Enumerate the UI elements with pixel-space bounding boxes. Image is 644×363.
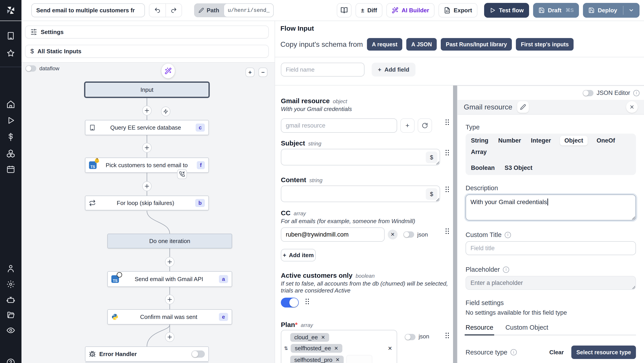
zoom-out-button[interactable]: −	[258, 68, 268, 77]
add-field-button[interactable]: + Add field	[372, 63, 416, 77]
docs-button[interactable]	[337, 3, 352, 18]
drag-handle[interactable]	[445, 186, 449, 192]
resize-handle[interactable]	[436, 198, 439, 201]
copy-from-past-runs-button[interactable]: Past Runs/Input library	[441, 38, 512, 51]
add-step-button[interactable]	[165, 294, 174, 304]
copy-from-json-button[interactable]: A JSON	[406, 38, 437, 51]
audit-eye-icon[interactable]	[6, 326, 15, 335]
plan-json-toggle[interactable]	[405, 334, 416, 340]
remove-tag-icon[interactable]: ✕	[336, 357, 340, 363]
cc-json-toggle[interactable]	[404, 231, 414, 238]
resize-handle[interactable]	[436, 161, 439, 165]
remove-item-button[interactable]: ✕	[388, 230, 398, 239]
type-option-boolean[interactable]: Boolean	[471, 165, 495, 171]
resources-boxes-icon[interactable]	[6, 149, 15, 158]
resize-handle[interactable]	[632, 286, 635, 289]
tab-resource[interactable]: Resource	[466, 324, 493, 331]
add-trigger-zap-button[interactable]	[161, 107, 170, 116]
template-dollar-button[interactable]: $	[426, 188, 438, 200]
active-customers-toggle[interactable]	[281, 298, 299, 307]
resize-handle[interactable]	[632, 216, 635, 220]
new-tag-input[interactable]	[346, 355, 372, 363]
copy-from-first-step-button[interactable]: First step's inputs	[516, 38, 574, 51]
ai-builder-button[interactable]: AI Builder	[386, 3, 434, 18]
subject-textarea[interactable]: $	[281, 149, 440, 165]
flow-node-input[interactable]: Input	[84, 82, 210, 98]
refresh-resource-button[interactable]	[418, 118, 432, 133]
path-input[interactable]	[224, 3, 274, 17]
flow-settings-button[interactable]: Settings	[25, 26, 269, 39]
clear-tags-icon[interactable]: ✕	[388, 345, 392, 351]
add-step-button[interactable]	[142, 181, 152, 191]
type-option-string[interactable]: String	[471, 137, 488, 144]
schedules-calendar-icon[interactable]	[6, 165, 15, 174]
export-button[interactable]: Export	[438, 3, 478, 18]
description-textarea[interactable]: With your Gmail credentials	[466, 194, 636, 220]
drag-handle[interactable]	[445, 227, 449, 234]
drag-handle[interactable]	[445, 332, 449, 338]
redo-button[interactable]	[166, 4, 182, 17]
clear-resource-button[interactable]: Clear	[549, 349, 564, 356]
json-editor-toggle[interactable]	[583, 90, 594, 96]
type-option-number[interactable]: Number	[498, 137, 521, 144]
path-chip[interactable]: Path	[194, 3, 274, 17]
add-step-button[interactable]	[142, 106, 152, 116]
add-step-button[interactable]	[142, 143, 152, 153]
template-dollar-button[interactable]: $	[426, 152, 438, 163]
variables-dollar-icon[interactable]	[6, 133, 15, 141]
draft-button[interactable]: Draft ⌘S	[533, 3, 579, 18]
cc-item-input[interactable]	[281, 227, 384, 242]
drag-handle[interactable]	[445, 118, 449, 125]
copy-from-request-button[interactable]: A request	[367, 38, 402, 51]
flow-node-error-handler[interactable]: Error Handler	[85, 346, 209, 362]
drag-handle[interactable]	[305, 298, 309, 304]
test-flow-button[interactable]: Test flow	[484, 3, 529, 18]
placeholder-textarea[interactable]: Enter a placeholder	[466, 276, 636, 290]
undo-button[interactable]	[149, 4, 166, 17]
type-option-s3object[interactable]: S3 Object	[505, 165, 533, 171]
flow-node-pick-customers[interactable]: TS👶 Pick customers to send email to f	[85, 158, 209, 173]
help-icon[interactable]	[6, 358, 15, 363]
content-textarea[interactable]: $	[281, 186, 440, 202]
add-step-button[interactable]	[165, 332, 174, 342]
type-option-oneof[interactable]: OneOf	[596, 137, 615, 144]
remove-tag-icon[interactable]: ✕	[334, 345, 338, 351]
folders-icon[interactable]	[6, 311, 15, 319]
add-item-button[interactable]: + Add item	[281, 249, 316, 261]
home-icon[interactable]	[6, 100, 15, 109]
close-editor-button[interactable]	[626, 101, 638, 113]
gmail-resource-input[interactable]	[281, 118, 397, 133]
sort-handle-icon[interactable]: ⇅	[284, 345, 288, 351]
flow-node-iteration[interactable]: Do one iteration	[107, 234, 232, 248]
remove-tag-icon[interactable]: ✕	[321, 334, 325, 340]
form-scrollbar[interactable]	[453, 86, 457, 363]
type-option-object-selected[interactable]: Object	[560, 136, 588, 145]
tab-custom-object[interactable]: Custom Object	[505, 324, 548, 331]
favorites-star-icon[interactable]	[6, 49, 15, 58]
chevron-down-icon[interactable]	[628, 8, 634, 13]
custom-title-input[interactable]	[466, 241, 636, 255]
settings-gear-icon[interactable]	[6, 280, 15, 289]
flow-node-forloop[interactable]: For loop (skip failures) b	[85, 196, 209, 210]
drag-handle[interactable]	[445, 149, 449, 156]
plan-tags-box[interactable]: cloud_ee✕ ⇅ selfhosted_ee✕ ✕ selfhosted_…	[281, 330, 397, 363]
select-resource-type-button[interactable]: Select resource type	[571, 345, 636, 359]
flow-node-query[interactable]: Query EE service database c	[85, 120, 209, 135]
edit-title-button[interactable]	[517, 101, 529, 113]
deploy-button[interactable]: Deploy	[583, 3, 640, 18]
ai-flow-wand-button[interactable]	[162, 64, 175, 78]
type-option-array[interactable]: Array	[471, 149, 487, 156]
error-handler-toggle[interactable]	[192, 350, 205, 358]
type-option-integer[interactable]: Integer	[531, 137, 551, 144]
workers-bot-icon[interactable]	[6, 295, 15, 304]
flow-title-input[interactable]	[31, 3, 145, 17]
zoom-in-button[interactable]: +	[246, 68, 254, 77]
flow-node-confirm[interactable]: Confirm mail was sent e	[107, 309, 232, 324]
all-static-inputs-button[interactable]: $ All Static Inputs	[25, 45, 269, 58]
add-resource-button[interactable]: +	[400, 118, 414, 133]
windmill-logo[interactable]	[0, 0, 22, 21]
flow-node-send-email[interactable]: TS✉ Send email with Gmail API a	[107, 271, 232, 287]
phone-incoming-icon[interactable]	[177, 169, 187, 179]
dataflow-toggle[interactable]	[26, 65, 36, 72]
diff-button[interactable]: ± Diff	[356, 3, 382, 18]
